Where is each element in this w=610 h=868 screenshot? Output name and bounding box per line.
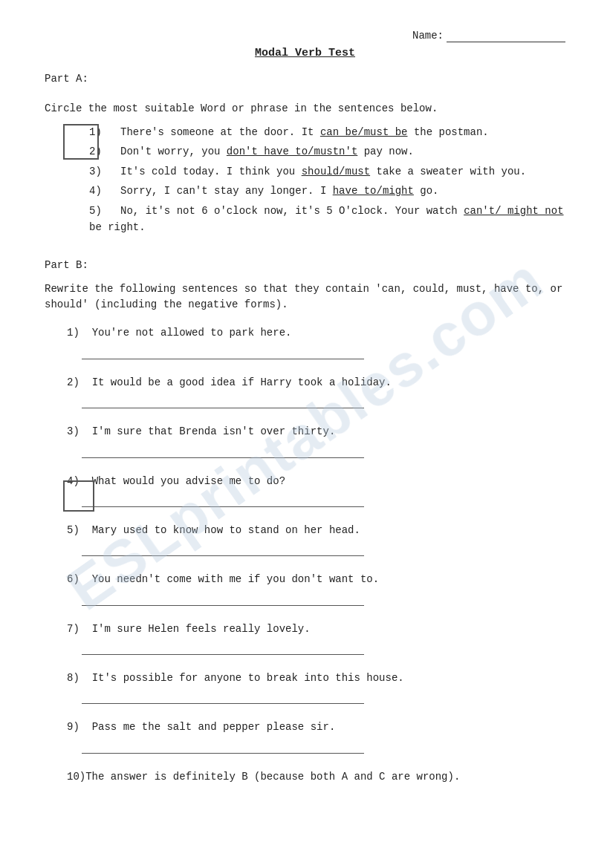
item-text: 10)The answer is definitely B (because b…	[67, 769, 565, 785]
part-a-checkbox	[63, 124, 99, 160]
item-sentence: It's possible for anyone to break into t…	[92, 672, 404, 684]
item-text: 5) Mary used to know how to stand on her…	[67, 522, 565, 538]
part-b-item-4: 4) What would you advise me to do?	[67, 473, 565, 507]
item-num: 5)	[67, 524, 80, 536]
answer-line	[82, 345, 364, 359]
name-label: Name:	[412, 30, 444, 42]
item-sentence: You're not allowed to park here.	[92, 327, 292, 339]
clock-text: clock	[227, 205, 258, 217]
item-sentence: It would be a good idea if Harry took a …	[92, 376, 392, 388]
item-text: 2) It would be a good idea if Harry took…	[67, 374, 565, 391]
part-b-section: 1) You're not allowed to park here. 2) I…	[45, 324, 565, 785]
part-b-item-9: 9) Pass me the salt and pepper please si…	[67, 719, 565, 753]
name-field	[447, 30, 565, 42]
item-num: 8)	[67, 672, 80, 684]
answer-line	[82, 541, 364, 556]
item-sentence: You needn't come with me if you don't wa…	[92, 573, 379, 585]
item-text-after: take a sweater with you.	[370, 166, 526, 177]
answer-line	[82, 492, 364, 507]
item-text-before: There's someone at the door. It	[120, 126, 320, 138]
item-text: 7) I'm sure Helen feels really lovely.	[67, 621, 565, 637]
item-num: 10)	[67, 771, 85, 783]
list-item: 2) Don't worry, you don't have to/mustn'…	[89, 143, 565, 160]
answer-line	[82, 443, 364, 458]
item-sentence: Pass me the salt and pepper please sir.	[92, 721, 336, 733]
part-b-checkbox	[63, 480, 94, 512]
item-num: 7)	[67, 623, 80, 635]
answer-line	[82, 689, 364, 704]
item-text-before: Sorry, I can't stay any longer. I	[120, 185, 333, 197]
item-text-after: pay now.	[357, 146, 414, 157]
part-a-instruction: Circle the most suitable Word or phrase …	[45, 101, 565, 117]
item-text-before: Don't worry, you	[120, 146, 227, 157]
part-a-list: 1) There's someone at the door. It can b…	[89, 124, 565, 235]
part-b-instruction: Rewrite the following sentences so that …	[45, 281, 565, 313]
item-num: 9)	[67, 721, 80, 733]
part-b-item-8: 8) It's possible for anyone to break int…	[67, 670, 565, 704]
item-text-after: go.	[414, 185, 439, 197]
item-text: 3) I'm sure that Brenda isn't over thirt…	[67, 423, 565, 440]
item-text-before: No, it's not 6 o'	[120, 205, 227, 217]
item-underline: should/must	[302, 166, 370, 177]
part-b-item-5: 5) Mary used to know how to stand on her…	[67, 522, 565, 556]
page-title: Modal Verb Test	[45, 47, 565, 59]
answer-line	[82, 739, 364, 754]
item-sentence: I'm sure that Brenda isn't over thirty.	[92, 425, 336, 437]
part-b-item-6: 6) You needn't come with me if you don't…	[67, 571, 565, 605]
item-text: 1) You're not allowed to park here.	[67, 324, 565, 341]
item-num: 2)	[67, 376, 80, 388]
item-num: 5)	[89, 205, 102, 217]
item-text-mid: now, it's 5 O'clock. Your watch	[258, 205, 464, 217]
answer-line	[82, 640, 364, 655]
part-b-item-2: 2) It would be a good idea if Harry took…	[67, 374, 565, 408]
item-num: 3)	[89, 166, 102, 177]
item-num: 6)	[67, 573, 80, 585]
item-text-before: It's cold today. I think you	[120, 166, 302, 177]
item-text: 8) It's possible for anyone to break int…	[67, 670, 565, 686]
item-text: 9) Pass me the salt and pepper please si…	[67, 719, 565, 735]
item-underline: can't/ might not	[464, 205, 563, 217]
item-text: 6) You needn't come with me if you don't…	[67, 571, 565, 587]
part-a-label: Part A:	[45, 73, 565, 85]
item-num: 3)	[67, 425, 80, 437]
part-b-item-1: 1) You're not allowed to park here.	[67, 324, 565, 359]
item-sentence: What would you advise me to do?	[92, 475, 285, 487]
item-sentence: The answer is definitely B (because both…	[85, 771, 460, 783]
part-b-label: Part B:	[45, 259, 565, 271]
list-item: 1) There's someone at the door. It can b…	[89, 124, 565, 140]
part-b-item-10: 10)The answer is definitely B (because b…	[67, 769, 565, 785]
item-sentence: I'm sure Helen feels really lovely.	[92, 623, 311, 635]
item-text: 4) What would you advise me to do?	[67, 473, 565, 489]
answer-line	[82, 394, 364, 408]
list-item: 4) Sorry, I can't stay any longer. I hav…	[89, 183, 565, 199]
part-b-item-3: 3) I'm sure that Brenda isn't over thirt…	[67, 423, 565, 457]
item-num: 1)	[67, 327, 80, 339]
item-text-after: be right.	[89, 221, 146, 233]
item-underline: can be/must be	[320, 126, 408, 138]
item-underline: don't have to/mustn't	[227, 146, 357, 157]
part-b-item-7: 7) I'm sure Helen feels really lovely.	[67, 621, 565, 655]
item-underline: have to/might	[333, 185, 414, 197]
list-item: 3) It's cold today. I think you should/m…	[89, 163, 565, 180]
list-item: 5) No, it's not 6 o'clock now, it's 5 O'…	[89, 203, 565, 236]
item-sentence: Mary used to know how to stand on her he…	[92, 524, 360, 536]
item-num: 4)	[89, 185, 102, 197]
header-row: Name:	[45, 30, 565, 42]
answer-line	[82, 591, 364, 606]
item-text-after: the postman.	[408, 126, 489, 138]
